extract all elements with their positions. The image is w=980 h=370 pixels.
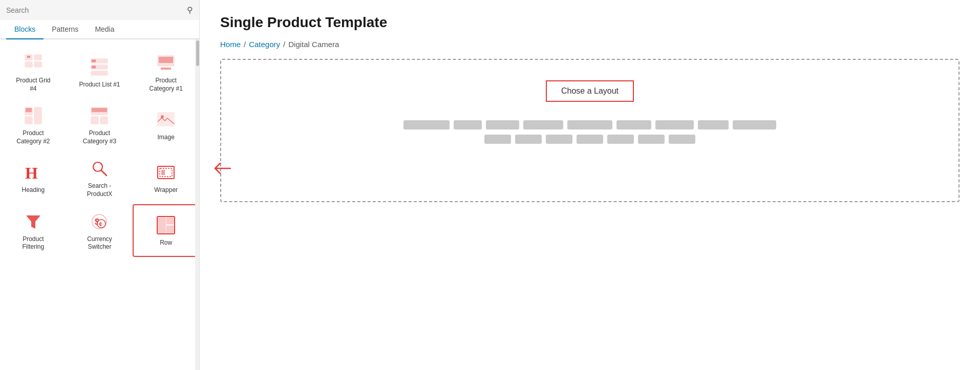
skeleton-bar — [607, 135, 634, 144]
layout-area: Chose a Layout — [220, 59, 960, 202]
skeleton-bar — [698, 120, 729, 129]
tab-patterns[interactable]: Patterns — [44, 20, 87, 39]
skeleton-row-2 — [484, 135, 695, 144]
skeleton-bar — [484, 135, 511, 144]
svg-point-22 — [161, 115, 164, 118]
breadcrumb-category[interactable]: Category — [249, 40, 280, 49]
tab-media[interactable]: Media — [87, 20, 122, 39]
block-item-product-category-3[interactable]: ProductCategory #3 — [67, 98, 133, 151]
block-label-product-list: Product List #1 — [79, 81, 120, 89]
svg-marker-29 — [26, 215, 40, 229]
block-label-currency-switcher: CurrencySwitcher — [87, 235, 112, 251]
svg-text:H: H — [25, 164, 38, 182]
block-item-row[interactable]: Row — [133, 204, 199, 257]
product-category-3-icon — [89, 105, 110, 126]
product-category-2-icon — [23, 105, 44, 126]
block-label-search-productx: Search -ProductX — [87, 182, 112, 198]
search-productx-icon — [89, 158, 110, 179]
currency-switcher-icon: $ ¢ — [89, 211, 110, 232]
block-item-search-productx[interactable]: Search -ProductX — [67, 151, 133, 204]
block-item-image[interactable]: Image — [133, 98, 199, 151]
svg-rect-3 — [34, 62, 41, 67]
block-label-product-category-2: ProductCategory #2 — [16, 129, 50, 145]
product-grid-icon — [23, 52, 44, 74]
skeleton-bar — [638, 135, 665, 144]
tab-blocks[interactable]: Blocks — [6, 20, 44, 39]
block-item-product-filtering[interactable]: ProductFiltering — [0, 204, 67, 257]
block-item-product-category-1[interactable]: ProductCategory #1 — [133, 46, 199, 98]
skeleton-row-1 — [403, 120, 776, 129]
blocks-grid: Product Grid#4 Product List #1 — [0, 39, 199, 263]
skeleton-bar — [616, 120, 651, 129]
block-item-product-grid[interactable]: Product Grid#4 — [0, 46, 67, 98]
image-icon — [155, 109, 177, 130]
svg-rect-19 — [100, 117, 108, 124]
block-item-wrapper[interactable]: Wrapper — [133, 151, 199, 204]
block-item-product-list[interactable]: Product List #1 — [67, 46, 133, 98]
block-label-product-filtering: ProductFiltering — [22, 235, 44, 251]
block-item-currency-switcher[interactable]: $ ¢ CurrencySwitcher — [67, 204, 133, 257]
svg-rect-15 — [25, 117, 32, 124]
svg-rect-4 — [27, 56, 30, 58]
product-category-1-icon — [155, 52, 177, 74]
svg-rect-1 — [34, 55, 41, 60]
page-title: Single Product Template — [220, 14, 960, 31]
skeleton-bar — [669, 135, 695, 144]
svg-rect-36 — [166, 217, 174, 224]
svg-rect-37 — [166, 226, 174, 233]
block-label-wrapper: Wrapper — [154, 186, 178, 194]
breadcrumb-current: Digital Camera — [288, 40, 339, 49]
block-item-heading[interactable]: H Heading — [0, 151, 67, 204]
svg-rect-20 — [92, 108, 107, 112]
wrapper-icon — [155, 162, 177, 183]
svg-rect-12 — [161, 68, 171, 70]
svg-line-25 — [101, 170, 106, 176]
svg-rect-2 — [25, 62, 32, 67]
block-label-product-category-1: ProductCategory #1 — [149, 77, 182, 93]
svg-rect-11 — [159, 57, 173, 63]
skeleton-bar — [567, 120, 612, 129]
skeleton-bar — [454, 120, 482, 129]
search-bar: ⚲ — [0, 0, 199, 20]
svg-rect-18 — [91, 117, 98, 124]
product-list-icon — [89, 56, 110, 78]
breadcrumb: Home / Category / Digital Camera — [220, 40, 960, 49]
main-content: Single Product Template Home / Category … — [200, 0, 980, 370]
skeleton-bar — [733, 120, 776, 129]
sidebar: ⚲ Blocks Patterns Media Product Gri — [0, 0, 200, 370]
skeleton-bar — [403, 120, 450, 129]
search-icon: ⚲ — [187, 5, 193, 15]
skeleton-bar — [546, 135, 572, 144]
breadcrumb-home[interactable]: Home — [220, 40, 241, 49]
svg-rect-7 — [91, 71, 108, 75]
block-label-row: Row — [160, 239, 172, 247]
block-label-image: Image — [157, 134, 174, 142]
arrow-indicator — [211, 158, 231, 181]
skeleton-bar — [655, 120, 694, 129]
breadcrumb-sep-1: / — [244, 40, 246, 49]
skeleton-preview — [237, 120, 943, 144]
block-label-product-category-3: ProductCategory #3 — [83, 129, 116, 145]
svg-rect-14 — [34, 107, 41, 124]
skeleton-bar — [486, 120, 519, 129]
tabs-bar: Blocks Patterns Media — [0, 20, 199, 39]
svg-rect-28 — [161, 170, 165, 175]
skeleton-bar — [577, 135, 603, 144]
svg-rect-8 — [92, 59, 96, 62]
search-input[interactable] — [6, 6, 183, 14]
block-label-heading: Heading — [22, 186, 45, 194]
skeleton-bar — [523, 120, 563, 129]
product-filtering-icon — [23, 211, 44, 232]
row-icon — [155, 214, 177, 236]
breadcrumb-sep-2: / — [283, 40, 285, 49]
block-label-product-grid: Product Grid#4 — [16, 77, 50, 93]
svg-text:¢: ¢ — [99, 221, 102, 227]
svg-rect-35 — [158, 217, 165, 233]
block-item-product-category-2[interactable]: ProductCategory #2 — [0, 98, 67, 151]
skeleton-bar — [515, 135, 542, 144]
svg-rect-16 — [26, 108, 32, 112]
svg-rect-9 — [92, 66, 96, 68]
heading-icon: H — [23, 162, 44, 183]
choose-layout-button[interactable]: Chose a Layout — [546, 80, 634, 102]
